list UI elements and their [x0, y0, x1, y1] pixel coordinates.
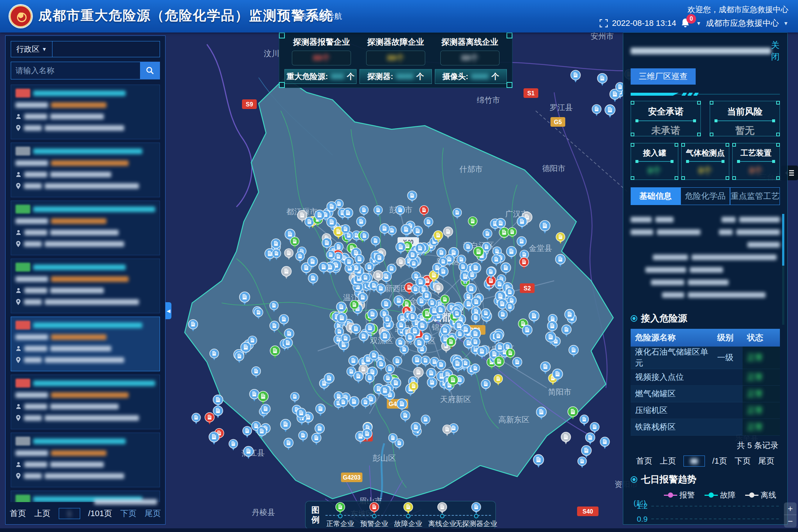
search-icon [146, 66, 154, 75]
map-legend-item: 故障企业 [391, 501, 425, 529]
district-select[interactable]: 行政区▼ [11, 41, 52, 57]
trend-section-title: 七日报警趋势 [641, 473, 696, 485]
close-button[interactable]: 关闭 [771, 40, 780, 62]
page-prev[interactable]: 上页 [34, 508, 51, 519]
company-card[interactable] [11, 201, 160, 255]
basic-info-blurred [631, 210, 780, 310]
company-card[interactable] [11, 317, 160, 371]
page-next[interactable]: 下页 [120, 508, 136, 519]
page-title: 成都市重大危险源（危险化学品）监测预警系统 [38, 7, 333, 25]
svg-text:安州市: 安州市 [591, 32, 614, 40]
facility-stat-box: 工艺装置8个 [732, 143, 780, 180]
svg-text:S9: S9 [246, 101, 253, 108]
map-legend-item: 正常企业 [323, 501, 357, 529]
risk-value: 暂无 [710, 124, 780, 137]
tab-2[interactable]: 重点监管工艺 [730, 187, 780, 205]
sidebar-collapse-handle[interactable]: ◀ [166, 302, 171, 319]
status-value-blurred: 正常 [747, 353, 763, 362]
hazard-table-row[interactable]: 视频接入点位正常 [631, 369, 780, 386]
status-tag-blurred [16, 437, 30, 446]
hazard-table-row[interactable]: 液化石油气储罐区单元一级正常 [631, 347, 780, 369]
status-tag-blurred [16, 379, 30, 388]
zoom-out-button[interactable]: − [784, 515, 797, 528]
svg-text:G4203: G4203 [343, 474, 361, 481]
zoom-in-button[interactable]: + [784, 502, 797, 515]
hazard-table: 危险源名称 级别 状态 液化石油气储罐区单元一级正常视频接入点位正常燃气储罐区正… [631, 329, 780, 436]
map-legend-item: 预警企业 [357, 501, 391, 529]
section-bullet-icon [631, 315, 637, 322]
tab-1[interactable]: 危险化学品 [681, 187, 730, 205]
system-nav-label: 系统导航 [311, 11, 342, 21]
system-nav-menu[interactable]: 系统导航 [302, 11, 342, 21]
status-value-blurred: 正常 [747, 422, 763, 432]
bell-caret-icon[interactable]: ▼ [696, 20, 701, 26]
hazard-table-row[interactable]: 压缩机区正常 [631, 402, 780, 419]
stat-value-blurred: 88个 [440, 51, 499, 65]
safety-commitment-box: 安全承诺 未承诺 [631, 101, 701, 136]
info-scrollbar[interactable] [782, 214, 784, 325]
district-value-field[interactable] [52, 41, 160, 57]
org-caret-icon[interactable]: ▼ [783, 20, 788, 26]
asset-counter: 重大危险源:888个 [284, 69, 357, 84]
hazard-pagination: 首页 上页 /1页 下页 尾页 [631, 456, 780, 467]
stats-panel: 探测器报警企业88个探测器故障企业88个探测器离线企业88个 重大危险源:888… [279, 33, 512, 88]
company-card[interactable] [11, 259, 160, 313]
hz-page-input[interactable] [683, 456, 705, 467]
status-tag-blurred [16, 147, 30, 156]
fullscreen-icon[interactable] [600, 19, 608, 27]
hazard-table-row[interactable]: 铁路栈桥区正常 [631, 419, 780, 436]
detector-stat: 探测器报警企业88个 [284, 37, 359, 65]
detector-stat: 探测器故障企业88个 [359, 37, 433, 65]
page-total: /101页 [88, 508, 112, 519]
map-legend-panel: 图例 正常企业预警企业故障企业离线企业无探测器企业 [305, 501, 496, 529]
person-icon [16, 171, 21, 177]
company-card[interactable] [11, 143, 160, 197]
commitment-value: 未承诺 [631, 124, 700, 137]
app-header: 成都市重大危险源（危险化学品）监测预警系统 系统导航 欢迎您，成都市应急救援中心… [0, 0, 798, 33]
location-icon [16, 299, 21, 305]
hz-page-next[interactable]: 下页 [734, 456, 751, 467]
facility-stats-row: 接入罐8个气体检测点8个工艺装置8个 [631, 143, 780, 180]
svg-text:0.9: 0.9 [637, 515, 648, 523]
map-zoom-control: + − [784, 502, 797, 528]
svg-text:德阳市: 德阳市 [542, 164, 566, 173]
section-bullet-icon [631, 476, 637, 483]
location-icon [16, 125, 21, 131]
emblem-logo [10, 5, 32, 27]
hazard-table-row[interactable]: 燃气储罐区正常 [631, 386, 780, 402]
3d-patrol-button[interactable]: 三维厂区巡查 [631, 68, 696, 85]
hz-page-last[interactable]: 尾页 [758, 456, 774, 467]
legend-item-报警[interactable]: 报警 [664, 490, 695, 500]
hazard-section-title: 接入危险源 [641, 312, 687, 324]
datetime: 2022-08-18 13:14 [612, 18, 676, 28]
stat-value-blurred: 88个 [292, 51, 351, 65]
record-summary-blurred [94, 498, 157, 505]
tab-0[interactable]: 基础信息 [631, 187, 681, 205]
svg-text:高新东区: 高新东区 [498, 415, 529, 424]
enterprise-detail-panel: 关闭 三维厂区巡查 安全承诺 未承诺 当前风险 暂无 接入罐8个气体检测点8个工… [623, 33, 788, 525]
search-input[interactable] [11, 62, 140, 79]
page-last[interactable]: 尾页 [144, 508, 161, 519]
company-card[interactable] [11, 375, 160, 429]
status-tag-blurred [16, 89, 30, 98]
notification-bell[interactable]: 0 [681, 18, 692, 29]
location-icon [16, 415, 21, 421]
status-value-blurred: 正常 [747, 389, 763, 398]
person-icon [16, 461, 21, 467]
company-card[interactable] [11, 85, 160, 139]
detail-tabs: 基础信息危险化学品重点监管工艺 [631, 187, 780, 205]
page-first[interactable]: 首页 [10, 508, 26, 519]
company-card[interactable] [11, 433, 160, 487]
org-name[interactable]: 成都市应急救援中心 [706, 18, 779, 29]
legend-item-离线[interactable]: 离线 [745, 490, 776, 500]
hz-page-prev[interactable]: 上页 [660, 456, 676, 467]
person-icon [16, 287, 21, 293]
page-input[interactable]: 1 [59, 508, 80, 519]
app-root: 汶川安州市绵竹市罗江县什邡市德阳市广汉市金堂县青白江区新都区郫都区都江堰市彭州市… [0, 0, 798, 532]
svg-text:S1: S1 [527, 90, 535, 96]
legend-item-故障[interactable]: 故障 [705, 490, 736, 500]
svg-text:S2: S2 [524, 285, 531, 291]
search-button[interactable] [140, 62, 160, 79]
hz-page-first[interactable]: 首页 [636, 456, 652, 467]
location-icon [16, 241, 21, 247]
